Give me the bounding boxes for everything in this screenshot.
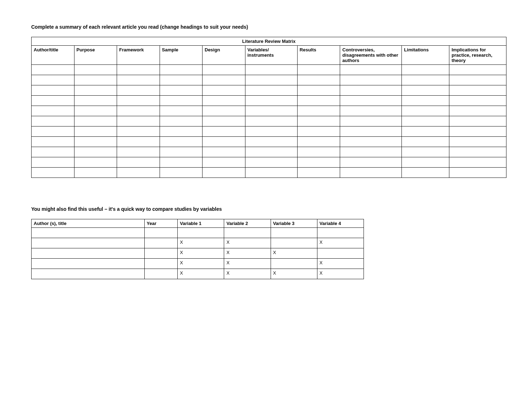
table-cell: X [317,259,364,269]
table-cell [402,147,449,157]
table-cell [245,96,297,106]
vars-col-v1: Variable 1 [178,219,224,228]
table-cell: X [224,269,271,279]
table-cell [297,106,340,116]
table-cell [74,168,117,178]
col-implications: Implications for practice, research, the… [449,46,506,65]
table-cell [340,126,402,137]
table-cell [297,75,340,85]
table-row [32,96,506,106]
table-cell [203,106,245,116]
table-cell: X [178,248,224,259]
table-cell [340,147,402,157]
table-cell [245,126,297,137]
table-cell [74,147,117,157]
table-cell [297,126,340,137]
table-cell [340,75,402,85]
table-row [32,126,506,137]
table-cell [160,157,203,168]
table-cell [32,65,74,75]
table-row [32,116,506,126]
table-cell [117,116,160,126]
col-controversies: Controversies, disagreements with other … [340,46,402,65]
table-row: XXX [32,248,364,259]
table-cell [402,106,449,116]
vars-col-year: Year [144,219,178,228]
table-cell [402,137,449,147]
table-cell [271,259,317,269]
table-cell [340,157,402,168]
table-cell [160,85,203,96]
table-cell [74,65,117,75]
table-cell [449,65,506,75]
table-cell [144,269,178,279]
table-row: XXX [32,259,364,269]
table-cell [297,116,340,126]
table-cell: X [178,259,224,269]
table-cell [271,238,317,248]
table-cell [449,157,506,168]
table-cell [144,259,178,269]
table-cell [32,126,74,137]
table-cell [160,168,203,178]
table-cell [32,137,74,147]
table-cell [245,137,297,147]
table-cell [74,106,117,116]
table-cell [117,96,160,106]
col-design: Design [203,46,245,65]
variables-comparison-table: Author (s), title Year Variable 1 Variab… [31,219,364,279]
table-cell [160,116,203,126]
table-cell [160,96,203,106]
table-cell: X [224,259,271,269]
vars-col-v3: Variable 3 [271,219,317,228]
table-cell [224,228,271,238]
matrix-header-row: Author/title Purpose Framework Sample De… [32,46,506,65]
table-cell [340,137,402,147]
table-cell [32,238,145,248]
table-row [32,65,506,75]
table-cell [160,106,203,116]
table-cell: X [224,238,271,248]
col-author: Author/title [32,46,74,65]
table-cell [144,238,178,248]
table-cell [297,65,340,75]
table-cell [245,157,297,168]
table-cell: X [178,269,224,279]
table-cell [74,85,117,96]
table-row: XXX [32,238,364,248]
table-row [32,228,364,238]
table-cell [32,269,145,279]
table-cell: X [271,269,317,279]
table-cell [340,96,402,106]
table-cell [297,157,340,168]
table-cell [340,85,402,96]
table-cell [203,75,245,85]
table-cell: X [224,248,271,259]
table-cell [160,65,203,75]
table-cell: X [178,238,224,248]
col-framework: Framework [117,46,160,65]
matrix-caption: Literature Review Matrix [32,37,506,46]
vars-col-v2: Variable 2 [224,219,271,228]
vars-header-row: Author (s), title Year Variable 1 Variab… [32,219,364,228]
table-row [32,147,506,157]
table-cell [271,228,317,238]
table-cell [144,228,178,238]
table-cell [32,116,74,126]
table-cell [117,126,160,137]
table-cell [297,168,340,178]
table-cell [32,157,74,168]
col-purpose: Purpose [74,46,117,65]
table-cell [74,116,117,126]
literature-review-matrix-table: Literature Review Matrix Author/title Pu… [31,37,506,178]
table-cell [340,168,402,178]
table-cell [203,137,245,147]
table-cell [402,168,449,178]
table-cell [160,147,203,157]
table-cell [32,147,74,157]
intro-text-1: Complete a summary of each relevant arti… [31,24,506,30]
table-cell [203,96,245,106]
table-cell [32,168,74,178]
table-cell [245,85,297,96]
table-cell [160,75,203,85]
